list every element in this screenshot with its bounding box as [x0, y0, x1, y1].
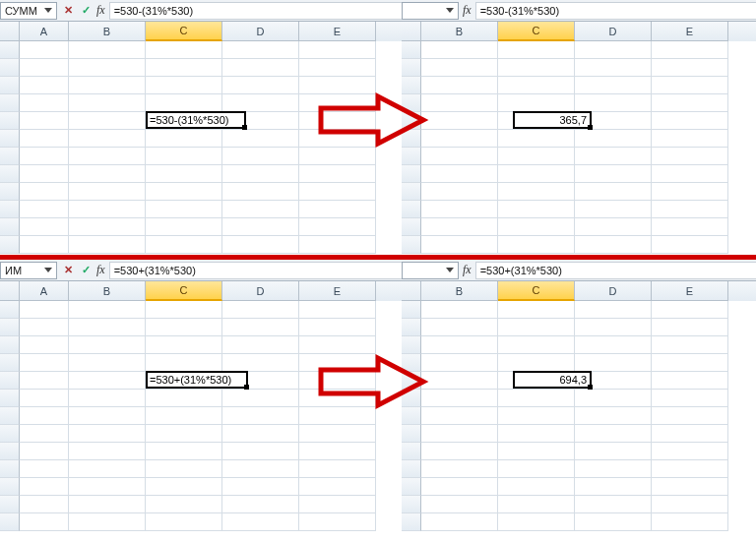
fx-icon[interactable]: fx [94, 263, 109, 277]
formula-input[interactable]: =530-(31%*530) [109, 2, 402, 20]
cell-grid[interactable] [402, 41, 756, 254]
cancel-button[interactable]: ✕ [59, 2, 77, 20]
formula-bar: fx =530-(31%*530) [402, 0, 756, 22]
accept-button[interactable]: ✓ [77, 2, 94, 20]
panel-top-right: fx =530-(31%*530) B C D E 365,7 [402, 0, 756, 256]
col-header-c[interactable]: C [498, 22, 575, 41]
formula-input[interactable]: =530-(31%*530) [475, 2, 756, 20]
col-header-b[interactable]: B [69, 281, 146, 301]
fx-icon[interactable]: fx [461, 3, 475, 18]
column-headers: A B C D E [0, 281, 402, 301]
formula-text: =530-(31%*530) [480, 5, 559, 17]
col-header-e[interactable]: E [652, 22, 728, 41]
dropdown-icon [44, 268, 52, 272]
arrow-right-icon [317, 352, 435, 411]
select-all-corner[interactable] [0, 281, 20, 301]
col-header-d[interactable]: D [575, 22, 652, 41]
name-box[interactable]: ИМ [0, 262, 57, 279]
col-header-c[interactable]: C [146, 22, 222, 41]
name-box[interactable] [402, 262, 459, 279]
column-headers: B C D E [402, 22, 756, 41]
cell-grid[interactable] [402, 301, 756, 531]
dropdown-icon [446, 268, 454, 272]
horizontal-separator [0, 255, 756, 260]
col-header-b[interactable]: B [421, 22, 498, 41]
name-box[interactable] [402, 2, 459, 20]
formula-bar: fx =530+(31%*530) [402, 260, 756, 281]
select-all-corner[interactable] [402, 281, 421, 301]
fx-icon[interactable]: fx [94, 3, 109, 18]
col-header-c[interactable]: C [498, 281, 575, 301]
fx-icon[interactable]: fx [461, 263, 475, 277]
formula-input[interactable]: =530+(31%*530) [109, 262, 402, 279]
cell-grid[interactable] [0, 301, 402, 531]
formula-input[interactable]: =530+(31%*530) [475, 262, 756, 279]
column-headers: A B C D E [0, 22, 402, 41]
col-header-e[interactable]: E [299, 281, 376, 301]
dropdown-icon [446, 8, 454, 13]
col-header-e[interactable]: E [652, 281, 728, 301]
formula-text: =530-(31%*530) [114, 5, 193, 17]
col-header-d[interactable]: D [575, 281, 652, 301]
col-header-b[interactable]: B [69, 22, 146, 41]
cancel-button[interactable]: ✕ [59, 262, 77, 279]
accept-button[interactable]: ✓ [77, 262, 94, 279]
col-header-d[interactable]: D [222, 281, 299, 301]
formula-text: =530+(31%*530) [114, 265, 196, 276]
select-all-corner[interactable] [402, 22, 421, 41]
formula-bar: СУММ ✕ ✓ fx =530-(31%*530) [0, 0, 402, 22]
col-header-a[interactable]: A [20, 22, 69, 41]
arrow-right-icon [317, 90, 435, 150]
col-header-b[interactable]: B [421, 281, 498, 301]
select-all-corner[interactable] [0, 22, 20, 41]
panel-bottom-right: fx =530+(31%*530) B C D E 694,3 [402, 260, 756, 542]
name-box-value: ИМ [5, 265, 22, 276]
name-box[interactable]: СУММ [0, 2, 57, 20]
formula-text: =530+(31%*530) [480, 265, 562, 276]
col-header-e[interactable]: E [299, 22, 376, 41]
col-header-a[interactable]: A [20, 281, 69, 301]
name-box-value: СУММ [5, 5, 37, 17]
col-header-c[interactable]: C [146, 281, 222, 301]
column-headers: B C D E [402, 281, 756, 301]
dropdown-icon [44, 8, 52, 13]
col-header-d[interactable]: D [222, 22, 299, 41]
formula-bar: ИМ ✕ ✓ fx =530+(31%*530) [0, 260, 402, 281]
